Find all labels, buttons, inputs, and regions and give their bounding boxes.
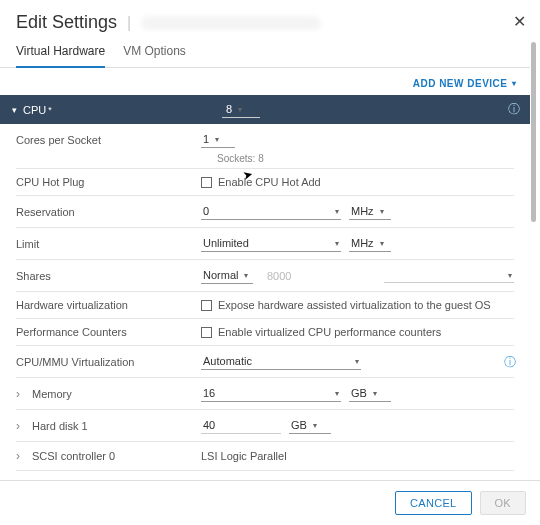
cpu-mmu-virt-label: CPU/MMU Virtualization bbox=[16, 356, 201, 368]
cpu-count-select[interactable]: 8 ▾ bbox=[222, 101, 260, 118]
enable-cpu-hot-add-checkbox[interactable]: Enable CPU Hot Add bbox=[201, 176, 321, 188]
chevron-down-icon: ▾ bbox=[244, 271, 248, 280]
chevron-down-icon: ▾ bbox=[215, 135, 219, 144]
enable-cpu-hot-add-label: Enable CPU Hot Add bbox=[218, 176, 321, 188]
expose-hw-virt-label: Expose hardware assisted virtualization … bbox=[218, 299, 491, 311]
memory-value-select[interactable]: 16 ▾ bbox=[201, 385, 341, 402]
cpu-mmu-virt-select[interactable]: Automatic ▾ bbox=[201, 353, 361, 370]
cores-per-socket-value: 1 bbox=[203, 133, 209, 145]
cores-per-socket-select[interactable]: 1 ▾ bbox=[201, 131, 235, 148]
reservation-value: 0 bbox=[203, 205, 209, 217]
limit-unit-value: MHz bbox=[351, 237, 374, 249]
reservation-label: Reservation bbox=[16, 206, 201, 218]
add-new-device-label: ADD NEW DEVICE bbox=[413, 78, 508, 89]
scsi-controller-0-value: LSI Logic Parallel bbox=[201, 450, 287, 462]
dialog-title: Edit Settings bbox=[16, 12, 117, 33]
sockets-caption: Sockets: 8 bbox=[217, 153, 514, 164]
limit-label: Limit bbox=[16, 238, 201, 250]
chevron-down-icon: ▾ bbox=[373, 389, 377, 398]
tab-virtual-hardware[interactable]: Virtual Hardware bbox=[16, 38, 105, 68]
title-divider: | bbox=[127, 14, 131, 32]
scsi-controller-0-row[interactable]: SCSI controller 0 bbox=[16, 449, 201, 463]
chevron-down-icon: ▾ bbox=[508, 271, 512, 280]
memory-value: 16 bbox=[203, 387, 215, 399]
checkbox-icon bbox=[201, 327, 212, 338]
vm-name-blurred bbox=[141, 16, 321, 30]
shares-value: Normal bbox=[203, 269, 238, 281]
memory-unit-select[interactable]: GB ▾ bbox=[349, 385, 391, 402]
hdd1-size-input[interactable]: 40 bbox=[201, 417, 281, 434]
chevron-down-icon: ▾ bbox=[238, 105, 242, 114]
hdd1-unit-value: GB bbox=[291, 419, 307, 431]
info-icon[interactable]: ⓘ bbox=[508, 101, 520, 118]
checkbox-icon bbox=[201, 177, 212, 188]
enable-perf-counters-checkbox[interactable]: Enable virtualized CPU performance count… bbox=[201, 326, 441, 338]
tab-vm-options[interactable]: VM Options bbox=[123, 38, 186, 67]
memory-unit-value: GB bbox=[351, 387, 367, 399]
chevron-down-icon: ▾ bbox=[355, 357, 359, 366]
shares-select[interactable]: Normal ▾ bbox=[201, 267, 253, 284]
limit-select[interactable]: Unlimited ▾ bbox=[201, 235, 341, 252]
memory-label: Memory bbox=[32, 388, 72, 400]
chevron-down-icon: ▾ bbox=[335, 207, 339, 216]
reservation-select[interactable]: 0 ▾ bbox=[201, 203, 341, 220]
enable-perf-counters-label: Enable virtualized CPU performance count… bbox=[218, 326, 441, 338]
chevron-down-icon: ▾ bbox=[512, 79, 517, 88]
chevron-down-icon: ▾ bbox=[380, 207, 384, 216]
chevron-down-icon: ▾ bbox=[380, 239, 384, 248]
chevron-down-icon: ▾ bbox=[313, 421, 317, 430]
chevron-down-icon: ▾ bbox=[335, 389, 339, 398]
cancel-button[interactable]: CANCEL bbox=[395, 491, 471, 515]
chevron-down-icon: ▾ bbox=[12, 105, 17, 115]
cores-per-socket-label: Cores per Socket bbox=[16, 134, 201, 146]
hw-virtualization-label: Hardware virtualization bbox=[16, 299, 201, 311]
ok-button[interactable]: OK bbox=[480, 491, 527, 515]
cursor-icon: ➤ bbox=[241, 167, 254, 183]
scrollbar[interactable] bbox=[531, 42, 536, 222]
shares-number-input[interactable]: 8000 bbox=[267, 270, 291, 282]
cpu-count-value: 8 bbox=[226, 103, 232, 115]
close-icon[interactable]: ✕ bbox=[513, 12, 526, 31]
chevron-right-icon bbox=[16, 419, 26, 433]
hdd1-size-value: 40 bbox=[203, 419, 215, 431]
memory-row[interactable]: Memory bbox=[16, 387, 201, 401]
info-icon[interactable]: ⓘ bbox=[504, 353, 516, 370]
cpu-hot-plug-label: CPU Hot Plug bbox=[16, 176, 201, 188]
shares-extra-select[interactable]: ▾ bbox=[384, 269, 514, 283]
scsi-controller-0-label: SCSI controller 0 bbox=[32, 450, 115, 462]
chevron-down-icon: ▾ bbox=[335, 239, 339, 248]
cpu-section-header[interactable]: ▾ CPU * 8 ▾ ⓘ bbox=[0, 95, 530, 124]
hard-disk-1-label: Hard disk 1 bbox=[32, 420, 88, 432]
chevron-right-icon bbox=[16, 449, 26, 463]
checkbox-icon bbox=[201, 300, 212, 311]
limit-unit-select[interactable]: MHz ▾ bbox=[349, 235, 391, 252]
limit-value: Unlimited bbox=[203, 237, 249, 249]
reservation-unit-value: MHz bbox=[351, 205, 374, 217]
chevron-right-icon bbox=[16, 387, 26, 401]
add-new-device-button[interactable]: ADD NEW DEVICE ▾ bbox=[0, 68, 530, 95]
required-indicator: * bbox=[48, 105, 52, 115]
reservation-unit-select[interactable]: MHz ▾ bbox=[349, 203, 391, 220]
expose-hw-virt-checkbox[interactable]: Expose hardware assisted virtualization … bbox=[201, 299, 491, 311]
perf-counters-label: Performance Counters bbox=[16, 326, 201, 338]
shares-label: Shares bbox=[16, 270, 201, 282]
hard-disk-1-row[interactable]: Hard disk 1 bbox=[16, 419, 201, 433]
cpu-section-label: CPU bbox=[23, 104, 46, 116]
hdd1-unit-select[interactable]: GB ▾ bbox=[289, 417, 331, 434]
cpu-mmu-virt-value: Automatic bbox=[203, 355, 252, 367]
